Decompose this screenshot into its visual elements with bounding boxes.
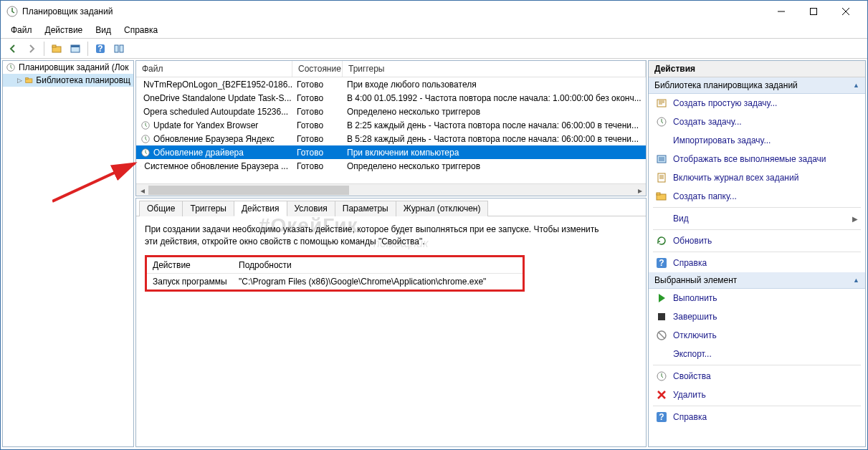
horizontal-scrollbar[interactable]: ◂ ▸ bbox=[136, 183, 646, 196]
tab-triggers[interactable]: Триггеры bbox=[182, 201, 234, 216]
tab-strip: Общие Триггеры Действия Условия Параметр… bbox=[136, 198, 646, 216]
task-trigger: Определено несколько триггеров bbox=[343, 161, 646, 171]
toolbar-window-button[interactable] bbox=[67, 41, 83, 57]
action-row[interactable]: Запуск программы "C:\Program Files (x86)… bbox=[147, 274, 523, 289]
action-label: Выполнить bbox=[673, 293, 858, 303]
close-button[interactable] bbox=[829, 1, 862, 21]
tree-root-label: Планировщик заданий (Лок bbox=[19, 62, 129, 72]
scroll-thumb[interactable] bbox=[148, 186, 349, 195]
task-icon bbox=[656, 116, 667, 128]
task-row[interactable]: Update for Yandex BrowserГотовоВ 2:25 ка… bbox=[136, 118, 646, 132]
action-item[interactable]: Экспорт... bbox=[649, 345, 865, 363]
task-row[interactable]: Системное обновление Браузера ...ГотовоО… bbox=[136, 159, 646, 173]
help-icon: ? bbox=[656, 411, 667, 423]
center-pane: Файл Состояние Триггеры NvTmRepOnLogon_{… bbox=[135, 60, 647, 447]
col-file[interactable]: Файл bbox=[136, 61, 292, 77]
action-item[interactable]: Свойства bbox=[649, 367, 865, 386]
task-icon bbox=[140, 148, 151, 158]
section-label: Выбранный элемент bbox=[654, 275, 737, 285]
none-icon bbox=[656, 348, 667, 360]
task-trigger: Определено несколько триггеров bbox=[343, 107, 646, 117]
action-label: Включить журнал всех заданий bbox=[673, 173, 858, 183]
toolbar-folder-button[interactable] bbox=[49, 41, 65, 57]
tab-general[interactable]: Общие bbox=[139, 201, 183, 216]
scroll-left-icon[interactable]: ◂ bbox=[136, 184, 148, 196]
action-item[interactable]: Вид▶ bbox=[649, 209, 865, 228]
scroll-right-icon[interactable]: ▸ bbox=[634, 184, 646, 196]
svg-rect-12 bbox=[26, 77, 29, 79]
tab-actions[interactable]: Действия bbox=[234, 201, 287, 216]
action-item[interactable]: Отключить bbox=[649, 326, 865, 345]
forward-button[interactable] bbox=[24, 41, 39, 57]
task-name: Opera scheduled Autoupdate 15236... bbox=[143, 107, 288, 117]
task-row[interactable]: OneDrive Standalone Update Task-S...Гото… bbox=[136, 91, 646, 105]
task-name: Системное обновление Браузера ... bbox=[144, 161, 288, 171]
details-cell: "C:\Program Files (x86)\Google\Chrome\Ap… bbox=[233, 274, 523, 289]
tree-library[interactable]: ▷ Библиотека планировщ bbox=[3, 74, 133, 87]
task-icon bbox=[140, 134, 151, 144]
col-state[interactable]: Состояние bbox=[292, 61, 343, 77]
action-item[interactable]: Создать папку... bbox=[649, 187, 865, 206]
action-item[interactable]: ?Справка bbox=[649, 254, 865, 272]
details-col-header[interactable]: Подробности bbox=[233, 257, 523, 273]
action-item[interactable]: Обновить bbox=[649, 231, 865, 250]
tab-conditions[interactable]: Условия bbox=[287, 201, 335, 216]
action-label: Завершить bbox=[673, 312, 858, 322]
action-item[interactable]: ?Справка bbox=[649, 408, 865, 426]
action-item[interactable]: Создать простую задачу... bbox=[649, 94, 865, 112]
tab-params[interactable]: Параметры bbox=[335, 201, 396, 216]
tree-library-label: Библиотека планировщ bbox=[36, 75, 130, 85]
svg-text:?: ? bbox=[97, 44, 102, 54]
action-item[interactable]: Создать задачу... bbox=[649, 112, 865, 131]
action-item[interactable]: Выполнить bbox=[649, 289, 865, 307]
title-bar: Планировщик заданий bbox=[1, 1, 867, 22]
action-label: Отображать все выполняемые задачи bbox=[673, 154, 858, 164]
toolbar-panes-button[interactable] bbox=[111, 41, 127, 57]
menu-view[interactable]: Вид bbox=[90, 24, 117, 37]
minimize-button[interactable] bbox=[765, 1, 797, 21]
svg-rect-1 bbox=[810, 9, 816, 15]
task-state: Готово bbox=[292, 134, 343, 144]
task-trigger: В 2:25 каждый день - Частота повтора пос… bbox=[343, 120, 646, 130]
toolbar-help-button[interactable]: ? bbox=[92, 41, 108, 57]
task-state: Готово bbox=[292, 80, 343, 90]
svg-text:?: ? bbox=[659, 258, 664, 268]
separator bbox=[653, 365, 861, 365]
task-row[interactable]: Обновление Браузера ЯндексГотовоВ 5:28 к… bbox=[136, 132, 646, 145]
task-row[interactable]: Opera scheduled Autoupdate 15236...Готов… bbox=[136, 105, 646, 118]
tree-root[interactable]: Планировщик заданий (Лок bbox=[3, 61, 133, 74]
action-cell: Запуск программы bbox=[147, 274, 233, 289]
action-item[interactable]: Отображать все выполняемые задачи bbox=[649, 150, 865, 168]
actions-section-selected[interactable]: Выбранный элемент ▲ bbox=[649, 272, 865, 289]
maximize-button[interactable] bbox=[797, 1, 829, 21]
svg-rect-25 bbox=[657, 193, 660, 195]
col-triggers[interactable]: Триггеры bbox=[343, 61, 646, 77]
stop-icon bbox=[656, 311, 667, 322]
action-item[interactable]: Завершить bbox=[649, 307, 865, 326]
toolbar: ? bbox=[1, 39, 867, 59]
work-area: Планировщик заданий (Лок ▷ Библиотека пл… bbox=[1, 59, 867, 449]
folder-icon bbox=[25, 75, 33, 85]
menu-action[interactable]: Действие bbox=[39, 24, 89, 37]
actions-section-library[interactable]: Библиотека планировщика заданий ▲ bbox=[649, 77, 865, 94]
action-label: Вид bbox=[673, 214, 846, 224]
tab-journal[interactable]: Журнал (отключен) bbox=[396, 201, 489, 216]
back-button[interactable] bbox=[5, 41, 21, 57]
action-item[interactable]: Импортировать задачу... bbox=[649, 131, 865, 150]
menu-help[interactable]: Справка bbox=[118, 24, 163, 37]
menu-file[interactable]: Файл bbox=[5, 24, 38, 37]
task-list: Файл Состояние Триггеры NvTmRepOnLogon_{… bbox=[135, 60, 647, 196]
task-row[interactable]: NvTmRepOnLogon_{B2FE1952-0186...ГотовоПр… bbox=[136, 77, 646, 91]
task-row[interactable]: Обновление драйвераГотовоПри включении к… bbox=[136, 145, 646, 159]
action-item[interactable]: Включить журнал всех заданий bbox=[649, 168, 865, 187]
window-title: Планировщик заданий bbox=[22, 6, 765, 16]
expand-icon[interactable]: ▷ bbox=[17, 77, 22, 84]
action-col-header[interactable]: Действие bbox=[147, 257, 233, 273]
action-item[interactable]: Удалить bbox=[649, 386, 865, 404]
actions-pane: Действия Библиотека планировщика заданий… bbox=[648, 60, 866, 447]
task-name: NvTmRepOnLogon_{B2FE1952-0186... bbox=[143, 80, 292, 90]
task-trigger: В 4:00 01.05.1992 - Частота повтора посл… bbox=[343, 93, 646, 103]
action-label: Отключить bbox=[673, 330, 858, 340]
task-icon bbox=[140, 161, 141, 171]
toolbar-divider bbox=[44, 42, 44, 56]
